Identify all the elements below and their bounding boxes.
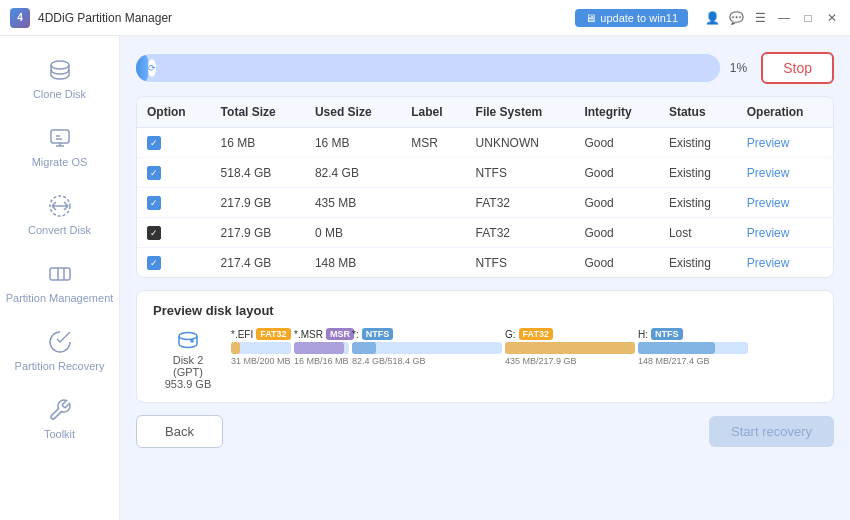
maximize-button[interactable]: □ <box>800 10 816 26</box>
cell-operation[interactable]: Preview <box>737 218 833 248</box>
partition-type-badge: FAT32 <box>519 328 553 340</box>
cell-checkbox[interactable]: ✓ <box>137 158 211 188</box>
stop-button[interactable]: Stop <box>761 52 834 84</box>
table-row: ✓ 518.4 GB 82.4 GB NTFS Good Existing Pr… <box>137 158 833 188</box>
start-recovery-button[interactable]: Start recovery <box>709 416 834 447</box>
partition-size: 16 MB/16 MB <box>294 356 349 366</box>
main-layout: Clone Disk Migrate OS Convert Disk <box>0 36 850 520</box>
col-filesystem: File System <box>466 97 575 128</box>
cell-used-size: 0 MB <box>305 218 401 248</box>
bottom-bar: Back Start recovery <box>136 415 834 448</box>
table-row: ✓ 217.4 GB 148 MB NTFS Good Existing Pre… <box>137 248 833 278</box>
cell-total-size: 217.4 GB <box>211 248 305 278</box>
col-integrity: Integrity <box>574 97 659 128</box>
partition-item: H: NTFS 148 MB/217.4 GB <box>638 328 748 366</box>
sidebar-item-partition-management[interactable]: Partition Management <box>0 250 119 314</box>
col-status: Status <box>659 97 737 128</box>
partition-bar <box>638 342 748 354</box>
partition-header: *.EFI FAT32 <box>231 328 291 340</box>
partition-recovery-icon <box>46 328 74 356</box>
svg-point-6 <box>179 333 197 340</box>
cell-checkbox[interactable]: ✓ <box>137 248 211 278</box>
cell-filesystem: FAT32 <box>466 188 575 218</box>
convert-disk-icon <box>46 192 74 220</box>
svg-point-8 <box>191 340 193 342</box>
svg-rect-3 <box>50 268 70 280</box>
disk-name-text: Disk 2 <box>173 354 204 366</box>
partition-header: H: NTFS <box>638 328 748 340</box>
cell-integrity: Good <box>574 218 659 248</box>
preview-link: Preview <box>747 226 790 240</box>
clone-disk-label: Clone Disk <box>33 88 86 100</box>
partition-item: *.EFI FAT32 31 MB/200 MB <box>231 328 291 366</box>
cell-integrity: Good <box>574 188 659 218</box>
partition-item: G: FAT32 435 MB/217.9 GB <box>505 328 635 366</box>
disk-label: Disk 2 (GPT) 953.9 GB <box>153 328 223 390</box>
disk-size-text: 953.9 GB <box>165 378 211 390</box>
sidebar-item-migrate-os[interactable]: Migrate OS <box>0 114 119 178</box>
partition-management-label: Partition Management <box>6 292 114 304</box>
table-row: ✓ 217.9 GB 435 MB FAT32 Good Existing Pr… <box>137 188 833 218</box>
partition-item: *: NTFS 82.4 GB/518.4 GB <box>352 328 502 366</box>
toolkit-icon <box>46 396 74 424</box>
sidebar-item-toolkit[interactable]: Toolkit <box>0 386 119 450</box>
cell-operation[interactable]: Preview <box>737 188 833 218</box>
sidebar-item-partition-recovery[interactable]: Partition Recovery <box>0 318 119 382</box>
progress-bar-fill: ⟳ Scanning sector progress: 1157637904 /… <box>136 54 148 82</box>
cell-checkbox[interactable]: ✓ <box>137 188 211 218</box>
table-header-row: Option Total Size Used Size Label File S… <box>137 97 833 128</box>
partition-type-badge: NTFS <box>362 328 394 340</box>
disk-type-text: (GPT) <box>173 366 203 378</box>
toolkit-label: Toolkit <box>44 428 75 440</box>
cell-filesystem: NTFS <box>466 248 575 278</box>
partition-bar <box>505 342 635 354</box>
cell-total-size: 217.9 GB <box>211 218 305 248</box>
cell-operation[interactable]: Preview <box>737 158 833 188</box>
partition-item: *.MSR MSR 16 MB/16 MB <box>294 328 349 366</box>
cell-operation[interactable]: Preview <box>737 128 833 158</box>
progress-bar-container: ⟳ Scanning sector progress: 1157637904 /… <box>136 54 720 82</box>
cell-status: Existing <box>659 128 737 158</box>
cell-status: Existing <box>659 248 737 278</box>
cell-status: Existing <box>659 158 737 188</box>
cell-integrity: Good <box>574 128 659 158</box>
sidebar: Clone Disk Migrate OS Convert Disk <box>0 36 120 520</box>
partition-bar <box>294 342 349 354</box>
close-button[interactable]: ✕ <box>824 10 840 26</box>
cell-used-size: 148 MB <box>305 248 401 278</box>
back-button[interactable]: Back <box>136 415 223 448</box>
sidebar-item-convert-disk[interactable]: Convert Disk <box>0 182 119 246</box>
svg-point-0 <box>51 61 69 69</box>
cell-operation[interactable]: Preview <box>737 248 833 278</box>
message-icon[interactable]: 💬 <box>728 10 744 26</box>
cell-checkbox[interactable]: ✓ <box>137 128 211 158</box>
preview-link: Preview <box>747 166 790 180</box>
menu-icon[interactable]: ☰ <box>752 10 768 26</box>
update-button[interactable]: 🖥 update to win11 <box>575 9 688 27</box>
window-controls: 👤 💬 ☰ — □ ✕ <box>704 10 840 26</box>
cell-used-size: 16 MB <box>305 128 401 158</box>
partition-name: *.EFI <box>231 329 253 340</box>
cell-checkbox[interactable]: ✓ <box>137 218 211 248</box>
partition-type-badge: MSR <box>326 328 354 340</box>
table-row: ✓ 217.9 GB 0 MB FAT32 Good Lost Preview <box>137 218 833 248</box>
cell-label: MSR <box>401 128 465 158</box>
preview-link: Preview <box>747 196 790 210</box>
partition-size: 435 MB/217.9 GB <box>505 356 635 366</box>
partition-header: G: FAT32 <box>505 328 635 340</box>
partition-header: *: NTFS <box>352 328 502 340</box>
user-icon[interactable]: 👤 <box>704 10 720 26</box>
preview-section: Preview disk layout Disk 2 (GPT) 953.9 G… <box>136 290 834 403</box>
disk-partitions: *.EFI FAT32 31 MB/200 MB *.MSR MSR 16 MB… <box>231 328 817 366</box>
sidebar-item-clone-disk[interactable]: Clone Disk <box>0 46 119 110</box>
cell-total-size: 217.9 GB <box>211 188 305 218</box>
cell-status: Lost <box>659 218 737 248</box>
table-row: ✓ 16 MB 16 MB MSR UNKNOWN Good Existing … <box>137 128 833 158</box>
partition-name: G: <box>505 329 516 340</box>
partition-name: *.MSR <box>294 329 323 340</box>
partition-type-badge: FAT32 <box>256 328 290 340</box>
partition-bar <box>352 342 502 354</box>
partition-type-badge: NTFS <box>651 328 683 340</box>
minimize-button[interactable]: — <box>776 10 792 26</box>
partitions-table: Option Total Size Used Size Label File S… <box>136 96 834 278</box>
